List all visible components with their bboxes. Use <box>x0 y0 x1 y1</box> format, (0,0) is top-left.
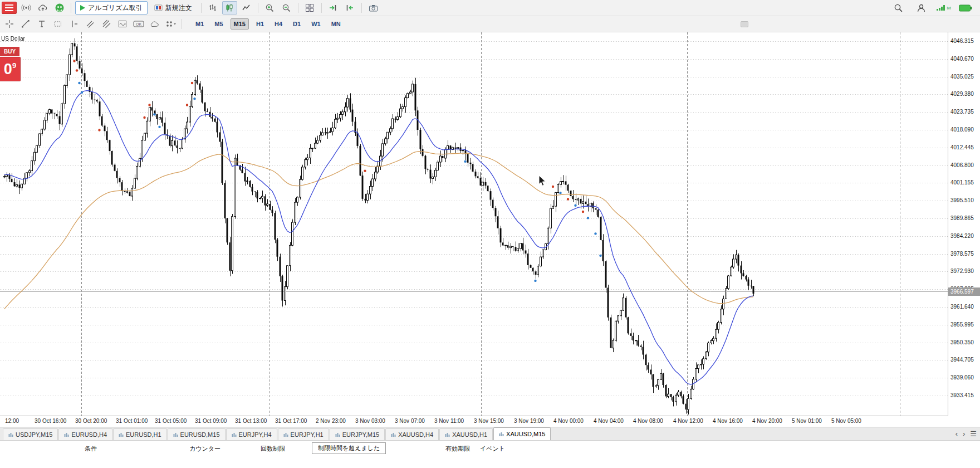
new-order-button[interactable]: 新規注文 <box>149 1 197 14</box>
chart-tab-icon <box>8 432 13 437</box>
zoom-out-icon <box>282 3 291 13</box>
camera-icon <box>369 4 378 12</box>
chart-shift-button[interactable] <box>342 1 357 14</box>
line-mode-button[interactable] <box>239 1 254 14</box>
timeframe-m1-button[interactable]: M1 <box>192 18 207 30</box>
price-tick: 3984.220 <box>950 233 974 239</box>
price-tick: 4040.670 <box>950 56 974 62</box>
time-tick: 5 Nov 05:00 <box>831 418 861 424</box>
bars-mode-icon <box>208 3 217 12</box>
price-axis[interactable]: 4046.3154040.6704035.0254029.3804023.735… <box>948 32 980 416</box>
trend-line-icon <box>21 20 30 28</box>
price-tick: 4046.315 <box>950 38 974 44</box>
ok-tool-button[interactable]: OK <box>131 17 146 31</box>
broadcast-button[interactable] <box>18 1 33 14</box>
lines-tool-button[interactable] <box>66 17 81 31</box>
cloud-tool-button[interactable] <box>147 17 162 31</box>
cloud-upload-button[interactable] <box>35 1 50 14</box>
time-tick: 31 Oct 01:00 <box>116 418 148 424</box>
zoom-out-button[interactable] <box>279 1 294 14</box>
buy-button[interactable]: BUY <box>0 47 19 56</box>
toolbar-separator <box>182 19 182 29</box>
time-tick: 31 Oct 13:00 <box>235 418 267 424</box>
scroll-tabs-right-button[interactable]: › <box>963 430 965 438</box>
cloud-icon <box>150 20 159 28</box>
price-tick: 3978.575 <box>950 251 974 257</box>
chart-tab-label: EURUSD,H1 <box>126 431 161 438</box>
account-button[interactable] <box>914 1 929 14</box>
rectangle-icon <box>53 20 62 28</box>
chart-tab-usdjpy-m15[interactable]: USDJPY,M15 <box>3 428 58 440</box>
price-tick: 3989.865 <box>950 215 974 221</box>
time-tick: 3 Nov 07:00 <box>395 418 425 424</box>
timeframe-m15-button[interactable]: M15 <box>231 18 249 30</box>
chart-tab-label: XAUUSD,M15 <box>506 431 545 437</box>
timeframe-m5-button[interactable]: M5 <box>211 18 226 30</box>
new-order-label: 新規注文 <box>165 3 192 13</box>
text-tool-button[interactable] <box>34 17 49 31</box>
toolbar-separator <box>361 3 362 13</box>
pitchfork-tool-button[interactable] <box>99 17 114 31</box>
tab-controls: ‹ › ☰ <box>955 430 977 438</box>
time-tick: 4 Nov 12:00 <box>673 418 703 424</box>
candlestick-chart-canvas[interactable] <box>0 32 948 416</box>
chart-tab-eurusd-h1[interactable]: EURUSD,H1 <box>113 428 167 440</box>
channel-tool-button[interactable] <box>82 17 97 31</box>
chart-tab-eurjpy-m15[interactable]: EURJPY,M15 <box>330 428 385 440</box>
trend-line-tool-button[interactable] <box>18 17 33 31</box>
time-tick: 12:00 <box>5 418 19 424</box>
time-tick: 31 Oct 17:00 <box>275 418 307 424</box>
tile-windows-button[interactable] <box>302 1 317 14</box>
crosshair-tool-button[interactable] <box>2 17 17 31</box>
price-tick: 3995.510 <box>950 197 974 203</box>
chart-shift-icon <box>345 3 354 12</box>
timeframe-h4-button[interactable]: H4 <box>271 18 286 30</box>
indicator-window-tool-button[interactable] <box>115 17 130 31</box>
price-tick: 4001.155 <box>950 179 974 186</box>
timeframe-h1-button[interactable]: H1 <box>253 18 267 30</box>
time-tick: 4 Nov 00:00 <box>553 418 584 424</box>
price-tick: 3972.930 <box>950 268 974 274</box>
chevron-down-icon <box>174 23 176 25</box>
text-icon <box>37 20 46 28</box>
chart-tab-xauusd-h4[interactable]: XAUUSD,H4 <box>385 428 439 440</box>
shapes-tool-button[interactable] <box>50 17 65 31</box>
zoom-in-icon <box>265 3 275 13</box>
symbol-description: US Dollar <box>1 36 25 42</box>
time-tick: 31 Oct 05:00 <box>155 418 187 424</box>
candles-mode-button[interactable] <box>222 1 237 14</box>
buy-price-button[interactable]: 09 <box>0 57 21 81</box>
chart-tab-xauusd-m15[interactable]: XAUUSD,M15 <box>493 427 551 440</box>
timeframe-mn-button[interactable]: MN <box>328 18 344 30</box>
chart-tab-eurusd-h4[interactable]: EURUSD,H4 <box>58 428 112 440</box>
screenshot-button[interactable] <box>366 1 381 14</box>
zoom-in-button[interactable] <box>262 1 277 14</box>
chart-tab-label: EURJPY,H4 <box>239 431 272 438</box>
chart-tab-eurjpy-h4[interactable]: EURJPY,H4 <box>226 428 277 440</box>
time-axis[interactable]: 12:0030 Oct 16:0030 Oct 20:0031 Oct 01:0… <box>0 416 948 427</box>
new-order-icon <box>154 4 163 12</box>
price-tick: 4006.800 <box>950 162 974 168</box>
timeframe-d1-button[interactable]: D1 <box>290 18 304 30</box>
objects-list-button[interactable] <box>163 17 178 31</box>
search-button[interactable] <box>891 1 906 14</box>
chart-tab-label: XAUUSD,H1 <box>452 431 487 438</box>
tab-list-button[interactable]: ☰ <box>970 430 977 438</box>
signal-bar <box>937 9 938 11</box>
price-tick: 3939.060 <box>950 374 974 381</box>
chart-tab-eurjpy-h1[interactable]: EURJPY,H1 <box>278 428 329 440</box>
algo-trading-button[interactable]: アルゴリズム取引 <box>75 1 148 14</box>
menu-button[interactable] <box>2 2 17 14</box>
status-item: 回数制限 <box>261 445 285 453</box>
auto-scroll-button[interactable] <box>326 1 341 14</box>
scroll-tabs-left-button[interactable]: ‹ <box>955 430 958 438</box>
timeframe-w1-button[interactable]: W1 <box>308 18 324 30</box>
chart-tab-icon <box>119 432 124 437</box>
price-tick: 4012.445 <box>950 144 974 150</box>
community-button[interactable] <box>52 1 67 14</box>
chart-tab-eurusd-m15[interactable]: EURUSD,M15 <box>168 428 226 440</box>
chart-tab-xauusd-h1[interactable]: XAUUSD,H1 <box>439 428 493 440</box>
bars-mode-button[interactable] <box>205 1 220 14</box>
time-tick: 30 Oct 20:00 <box>75 418 107 424</box>
chart-tab-label: EURUSD,H4 <box>71 431 107 438</box>
